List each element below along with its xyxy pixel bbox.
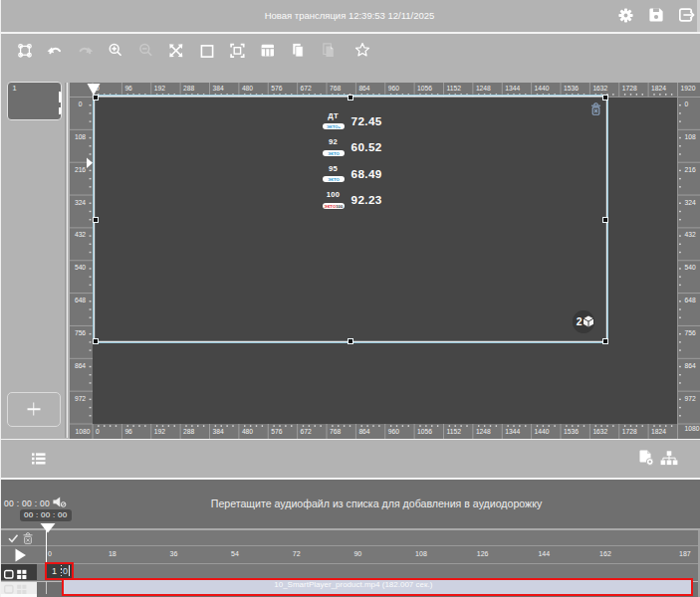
svg-text:1056: 1056 <box>417 428 432 435</box>
svg-text:1344: 1344 <box>505 428 520 435</box>
svg-text:324: 324 <box>74 199 85 206</box>
svg-text:324: 324 <box>684 199 695 206</box>
svg-text:1248: 1248 <box>475 85 490 92</box>
svg-text:972: 972 <box>684 395 695 402</box>
svg-text:672: 672 <box>300 428 311 435</box>
svg-text:96: 96 <box>124 428 132 435</box>
svg-text:432: 432 <box>684 231 695 238</box>
svg-text:1152: 1152 <box>446 85 461 92</box>
svg-text:648: 648 <box>684 297 695 303</box>
svg-text:216: 216 <box>74 166 85 173</box>
svg-text:384: 384 <box>212 85 223 92</box>
svg-text:1152: 1152 <box>446 428 461 435</box>
svg-text:768: 768 <box>330 85 341 92</box>
svg-text:576: 576 <box>271 428 282 435</box>
svg-text:1080: 1080 <box>684 425 699 432</box>
svg-text:1440: 1440 <box>534 85 549 92</box>
svg-text:1824: 1824 <box>651 85 666 92</box>
svg-text:1728: 1728 <box>621 85 636 92</box>
svg-text:1632: 1632 <box>592 85 607 92</box>
svg-text:108: 108 <box>684 133 695 140</box>
svg-text:864: 864 <box>358 428 369 435</box>
svg-text:1080: 1080 <box>75 428 90 435</box>
svg-text:1440: 1440 <box>534 428 549 435</box>
svg-text:288: 288 <box>183 85 194 92</box>
svg-text:540: 540 <box>684 264 695 271</box>
svg-text:192: 192 <box>153 85 164 92</box>
svg-text:864: 864 <box>358 85 369 92</box>
svg-text:864: 864 <box>74 362 85 369</box>
svg-text:960: 960 <box>387 428 398 435</box>
svg-text:768: 768 <box>330 428 341 435</box>
svg-text:1824: 1824 <box>651 428 666 435</box>
svg-text:192: 192 <box>153 428 164 435</box>
svg-text:672: 672 <box>300 85 311 92</box>
svg-text:1632: 1632 <box>592 428 607 435</box>
svg-text:1536: 1536 <box>564 85 579 92</box>
svg-text:108: 108 <box>74 133 85 140</box>
svg-text:576: 576 <box>271 85 282 92</box>
svg-text:216: 216 <box>684 166 695 173</box>
svg-text:0: 0 <box>96 428 100 435</box>
svg-text:0: 0 <box>684 100 688 107</box>
svg-text:1056: 1056 <box>417 85 432 92</box>
svg-text:0: 0 <box>78 100 82 107</box>
svg-text:972: 972 <box>74 395 85 402</box>
svg-text:288: 288 <box>183 428 194 435</box>
svg-text:648: 648 <box>74 297 85 303</box>
svg-text:1536: 1536 <box>564 428 579 435</box>
svg-text:1920: 1920 <box>680 85 695 92</box>
svg-text:864: 864 <box>684 362 695 369</box>
svg-text:1728: 1728 <box>621 428 636 435</box>
svg-text:1248: 1248 <box>475 428 490 435</box>
svg-text:480: 480 <box>241 85 252 92</box>
svg-text:384: 384 <box>212 428 223 435</box>
svg-text:756: 756 <box>684 329 695 336</box>
svg-text:756: 756 <box>74 329 85 336</box>
svg-text:1344: 1344 <box>505 85 520 92</box>
svg-text:432: 432 <box>74 231 85 238</box>
svg-text:96: 96 <box>124 85 132 92</box>
svg-text:960: 960 <box>387 85 398 92</box>
svg-text:540: 540 <box>74 264 85 271</box>
svg-text:480: 480 <box>241 428 252 435</box>
